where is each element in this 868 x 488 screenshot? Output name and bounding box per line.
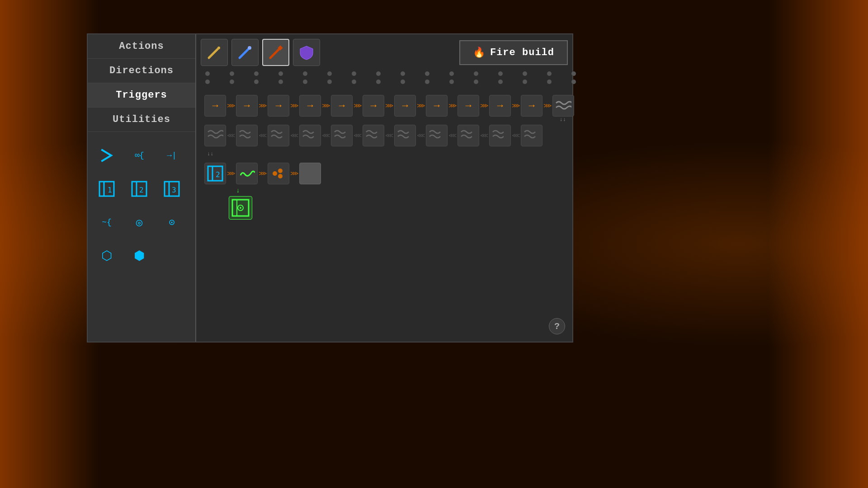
flow-connector: ⋙ xyxy=(226,102,236,109)
tool-wand-gold[interactable] xyxy=(201,39,228,66)
flow-connector: ⋘ xyxy=(290,132,299,139)
flow-node-wave-9[interactable] xyxy=(458,125,479,146)
fire-build-label: Fire build xyxy=(490,47,554,58)
flow-node-wave-11[interactable] xyxy=(521,125,542,146)
fire-build-button[interactable]: 🔥 Fire build xyxy=(459,40,568,65)
flow-node-wave-end[interactable] xyxy=(552,95,574,117)
flow-node-wave-5[interactable] xyxy=(331,125,353,146)
content-area: 🔥 Fire build xyxy=(196,34,572,342)
dot xyxy=(449,71,454,76)
fire-left-decoration xyxy=(0,0,99,488)
trigger-icon-infinity-bracket[interactable]: ∞{ xyxy=(125,141,154,170)
flow-connector: ⋙ xyxy=(321,102,330,109)
flow-node-orange-arrow-11[interactable]: → xyxy=(521,95,542,117)
trigger-icon-hex2[interactable]: ⬢ xyxy=(125,241,154,270)
dot xyxy=(449,80,454,84)
flow-connector: ⋘ xyxy=(385,132,394,139)
trigger-icon-wave-bracket[interactable]: ~{ xyxy=(92,208,121,237)
dot xyxy=(230,71,234,76)
help-button[interactable]: ? xyxy=(549,318,565,334)
trigger-icon-hex1[interactable]: ⬡ xyxy=(92,241,121,270)
dot xyxy=(474,71,478,76)
trigger-icon-b3[interactable]: 3 xyxy=(157,174,186,203)
flow-node-wave-10[interactable] xyxy=(489,125,511,146)
svg-point-12 xyxy=(248,46,251,50)
orange-flow-row: → ⋙ → ⋙ → ⋙ → ⋙ → ⋙ → ⋙ → ⋙ → ⋙ → ⋙ → ⋙ xyxy=(201,93,568,118)
flow-node-orange-arrow-3[interactable]: → xyxy=(268,95,289,117)
flow-node-orange-arrow-2[interactable]: → xyxy=(236,95,258,117)
dot xyxy=(230,80,234,84)
trigger-icon-chevron[interactable] xyxy=(92,141,121,170)
trigger-icon-arrow-end[interactable]: →| xyxy=(157,141,186,170)
gray-flow-row: ⋘ ⋘ ⋘ xyxy=(201,123,568,148)
flow-node-wave-4[interactable] xyxy=(299,125,321,146)
flow-connector: ⋘ xyxy=(511,132,520,139)
icon-row-4: ⬡ ⬢ xyxy=(92,241,191,270)
tool-wand-red[interactable] xyxy=(262,39,289,66)
svg-text:3: 3 xyxy=(172,186,176,194)
dot xyxy=(523,80,527,84)
flow-node-orange-arrow-6[interactable]: → xyxy=(363,95,384,117)
dot-row-1 xyxy=(205,71,563,76)
flow-node-wave-2[interactable] xyxy=(236,125,258,146)
dot xyxy=(278,80,283,84)
svg-line-13 xyxy=(270,48,280,58)
flow-node-orange-arrow-9[interactable]: → xyxy=(458,95,479,117)
dot xyxy=(352,80,356,84)
flow-node-wave-6[interactable] xyxy=(363,125,384,146)
trigger-icon-b2[interactable]: 2 xyxy=(125,174,154,203)
dot xyxy=(547,71,552,76)
tool-shield[interactable] xyxy=(293,39,320,66)
sidebar: Actions Directions Triggers Utilities ∞{… xyxy=(88,34,196,342)
flow-connector: ⋘ xyxy=(258,132,267,139)
dot xyxy=(303,71,307,76)
tool-wand-blue[interactable] xyxy=(231,39,259,66)
icon-row-3: ~{ ◎ ⊙ xyxy=(92,208,191,237)
bottom-flow-row: 2 ⋙ ⋙ xyxy=(201,161,568,186)
svg-point-19 xyxy=(278,169,283,173)
dot xyxy=(547,80,552,84)
sidebar-item-actions[interactable]: Actions xyxy=(88,34,195,59)
trigger-icon-dashed-target[interactable]: ⊙ xyxy=(157,208,186,237)
sidebar-item-directions[interactable]: Directions xyxy=(88,59,195,83)
flow-node-orange-arrow-10[interactable]: → xyxy=(489,95,511,117)
flow-connector: ⋙ xyxy=(258,170,267,177)
trigger-icon-b1[interactable]: 1 xyxy=(92,174,121,203)
dot xyxy=(523,71,527,76)
flow-node-orange-arrow-5[interactable]: → xyxy=(331,95,353,117)
sidebar-item-utilities[interactable]: Utilities xyxy=(88,108,195,132)
flow-connector: ⋙ xyxy=(226,170,236,177)
flow-connector: ⋘ xyxy=(448,132,457,139)
dot xyxy=(327,71,332,76)
flow-node-orange-arrow-8[interactable]: → xyxy=(426,95,448,117)
flow-node-wave-7[interactable] xyxy=(394,125,416,146)
trigger-icon-target[interactable]: ◎ xyxy=(125,208,154,237)
flow-node-tridots[interactable] xyxy=(268,163,289,184)
flow-connector: ⋘ xyxy=(226,132,236,139)
flow-node-green-squiggle[interactable] xyxy=(236,163,258,184)
flow-connector: ⋙ xyxy=(416,102,425,109)
down-arrow-1: ↓↓ xyxy=(560,117,566,123)
flow-node-wave-3[interactable] xyxy=(268,125,289,146)
svg-text:2: 2 xyxy=(139,186,144,194)
flow-node-orange-arrow-4[interactable]: → xyxy=(299,95,321,117)
flow-connector: ⋙ xyxy=(290,102,299,109)
flow-node-empty[interactable] xyxy=(299,163,321,184)
flow-node-orange-arrow-7[interactable]: → xyxy=(394,95,416,117)
flow-node-wave-8[interactable] xyxy=(426,125,448,146)
dot xyxy=(254,71,259,76)
flow-node-b2[interactable]: 2 xyxy=(204,163,226,184)
flow-node-orange-arrow-1[interactable]: → xyxy=(204,95,226,117)
svg-line-11 xyxy=(240,48,250,58)
flow-connector: ⋙ xyxy=(543,102,552,109)
flow-connector: ⋙ xyxy=(385,102,394,109)
icon-row-1: ∞{ →| xyxy=(92,141,191,170)
svg-point-24 xyxy=(240,207,241,209)
dot xyxy=(401,80,405,84)
flow-section: → ⋙ → ⋙ → ⋙ → ⋙ → ⋙ → ⋙ → ⋙ → ⋙ → ⋙ → ⋙ xyxy=(201,93,568,220)
svg-point-18 xyxy=(273,171,277,176)
green-down-indicator: ↓ xyxy=(201,187,568,194)
sidebar-item-triggers[interactable]: Triggers xyxy=(88,83,195,108)
flow-node-green-special[interactable] xyxy=(229,196,252,220)
flow-node-wave-1[interactable] xyxy=(204,125,226,146)
